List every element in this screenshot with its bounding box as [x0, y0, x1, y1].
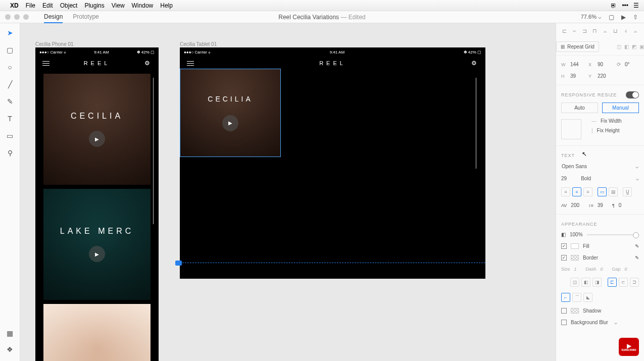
zoom-tool[interactable]: ⚲ — [6, 148, 15, 158]
select-tool[interactable]: ➤ — [6, 28, 15, 37]
border-swatch[interactable] — [571, 255, 579, 261]
auto-button[interactable]: Auto — [561, 102, 598, 113]
menu-window[interactable]: Window — [132, 2, 154, 9]
app-name[interactable]: XD — [10, 2, 19, 9]
fill-swatch[interactable] — [571, 243, 579, 249]
border-dash-input[interactable]: 0 — [601, 267, 603, 272]
manual-button[interactable]: Manual — [602, 102, 639, 113]
menubar-more-icon[interactable]: ••• — [622, 2, 628, 9]
selected-card[interactable]: CECILIA ▶ — [180, 69, 281, 157]
opacity-slider[interactable] — [587, 234, 639, 235]
menu-edit[interactable]: Edit — [42, 2, 53, 9]
menubar-list-icon[interactable]: ☰ — [633, 2, 639, 9]
y-input[interactable]: 220 — [598, 73, 612, 79]
menu-object[interactable]: Object — [60, 2, 78, 9]
cap-square-icon[interactable]: ⊐ — [630, 278, 639, 287]
artboard-phone[interactable]: ●●●○ Carrier ⏚ 9:41 AM ✽ 42% ▢ REEL ⚙ CE… — [35, 47, 159, 361]
artboard-label-phone[interactable]: Cecilia Phone 01 — [35, 41, 74, 47]
menu-help[interactable]: Help — [160, 2, 173, 9]
point-text-icon[interactable]: ▭ — [598, 187, 607, 196]
cap-butt-icon[interactable]: ⊏ — [608, 278, 617, 287]
fix-width-label[interactable]: Fix Width — [601, 118, 622, 124]
share-icon[interactable]: ⇧ — [633, 14, 638, 21]
fill-checkbox[interactable] — [561, 243, 567, 249]
boolean-add-icon[interactable]: ◫ — [617, 44, 621, 49]
tracking-input[interactable]: 200 — [571, 202, 579, 208]
opacity-value[interactable]: 100% — [570, 232, 583, 237]
boolean-exclude-icon[interactable]: ▣ — [639, 44, 644, 49]
boolean-subtract-icon[interactable]: ◧ — [624, 44, 629, 49]
app-header: Design Prototype Reel Cecilia Variations… — [0, 11, 644, 23]
shadow-swatch[interactable] — [571, 308, 579, 314]
stroke-inner-icon[interactable]: ◫ — [570, 278, 579, 287]
text-tool[interactable]: T — [6, 114, 15, 123]
resize-handle[interactable] — [175, 261, 182, 266]
eyedropper-icon[interactable]: ✎ — [635, 243, 639, 249]
width-input[interactable]: 144 — [570, 62, 584, 67]
pen-tool[interactable]: ✎ — [6, 97, 15, 106]
stroke-center-icon[interactable]: ◧ — [581, 278, 590, 287]
rotate-icon[interactable]: ⟳ — [617, 62, 621, 67]
eyedropper-icon[interactable]: ✎ — [635, 255, 639, 261]
artboard-tablet[interactable]: ●●●○ Carrier ⏚ 9:41 AM ✽ 42% ▢ REEL ⚙ CE… — [180, 47, 485, 279]
area-text-icon[interactable]: ▤ — [609, 187, 618, 196]
border-checkbox[interactable] — [561, 255, 567, 261]
font-size-input[interactable]: 29 — [561, 176, 567, 181]
leading-input[interactable]: 39 — [598, 202, 603, 208]
height-input[interactable]: 39 — [570, 73, 584, 79]
responsive-toggle[interactable] — [626, 91, 639, 98]
align-right-text[interactable]: ≡ — [583, 187, 592, 196]
paragraph-input[interactable]: 0 — [619, 202, 622, 208]
align-bottom-icon[interactable]: ⊔ — [612, 27, 618, 34]
underline-icon[interactable]: U̲ — [623, 187, 632, 196]
join-miter-icon[interactable]: ⌐ — [561, 293, 570, 302]
distribute-v-icon[interactable]: ⫠ — [633, 27, 639, 34]
tab-prototype[interactable]: Prototype — [73, 11, 98, 23]
artboard-tool[interactable]: ▭ — [6, 131, 15, 140]
distribute-h-icon[interactable]: ⫞ — [623, 27, 629, 34]
assets-icon[interactable]: ▦ — [6, 329, 15, 338]
zoom-level[interactable]: 77.6% ⌵ — [581, 14, 602, 20]
stroke-outer-icon[interactable]: ◨ — [592, 278, 602, 287]
boolean-intersect-icon[interactable]: ◩ — [632, 44, 636, 49]
cap-round-icon[interactable]: ⊂ — [619, 278, 628, 287]
border-gap-input[interactable]: 0 — [625, 267, 627, 272]
align-top-icon[interactable]: ⊓ — [592, 27, 598, 34]
repeat-grid-button[interactable]: ⊞ Repeat Grid — [556, 41, 599, 52]
layers-icon[interactable]: ❖ — [6, 345, 15, 354]
fix-height-label[interactable]: Fix Height — [597, 128, 620, 133]
traffic-lights[interactable] — [5, 14, 29, 20]
tab-design[interactable]: Design — [44, 11, 63, 23]
play-preview-icon[interactable]: ▶ — [621, 14, 626, 21]
blur-checkbox[interactable] — [561, 320, 567, 325]
menubar-shield-icon[interactable]: ⛨ — [611, 2, 617, 9]
play-icon: ▶ — [222, 115, 238, 131]
rectangle-tool[interactable]: ▢ — [6, 45, 15, 55]
youtube-subscribe-badge[interactable]: ▶ SUBSCRIBE — [619, 338, 639, 356]
hamburger-icon — [42, 61, 49, 66]
align-middle-icon[interactable]: ⫠ — [602, 27, 608, 34]
device-preview-icon[interactable]: ▢ — [609, 14, 614, 21]
align-left-text[interactable]: ≡ — [561, 187, 570, 196]
ellipse-tool[interactable]: ○ — [6, 63, 15, 72]
menu-view[interactable]: View — [112, 2, 125, 9]
menu-plugins[interactable]: Plugins — [84, 2, 104, 9]
menu-file[interactable]: File — [26, 2, 35, 9]
align-center-h-icon[interactable]: ⫟ — [571, 27, 577, 34]
artboard-label-tablet[interactable]: Cecilia Tablet 01 — [180, 41, 217, 47]
rotation-input[interactable]: 0° — [625, 62, 639, 67]
align-center-text[interactable]: ≡ — [572, 187, 581, 196]
align-left-icon[interactable]: ⊏ — [561, 27, 567, 34]
scroll-indicator — [476, 78, 476, 169]
resize-diagram[interactable] — [561, 119, 581, 139]
font-family-select[interactable]: Open Sans⌵ — [556, 160, 644, 173]
canvas[interactable]: Cecilia Phone 01 ●●●○ Carrier ⏚ 9:41 AM … — [20, 23, 556, 361]
align-right-icon[interactable]: ⊐ — [582, 27, 588, 34]
line-tool[interactable]: ╱ — [6, 80, 15, 89]
font-weight-select[interactable]: Bold — [581, 176, 591, 181]
shadow-checkbox[interactable] — [561, 308, 567, 314]
border-size-input[interactable]: 1 — [574, 267, 577, 272]
join-round-icon[interactable]: ⌒ — [572, 293, 581, 302]
join-bevel-icon[interactable]: ◣ — [583, 293, 592, 302]
x-input[interactable]: 90 — [598, 62, 612, 67]
